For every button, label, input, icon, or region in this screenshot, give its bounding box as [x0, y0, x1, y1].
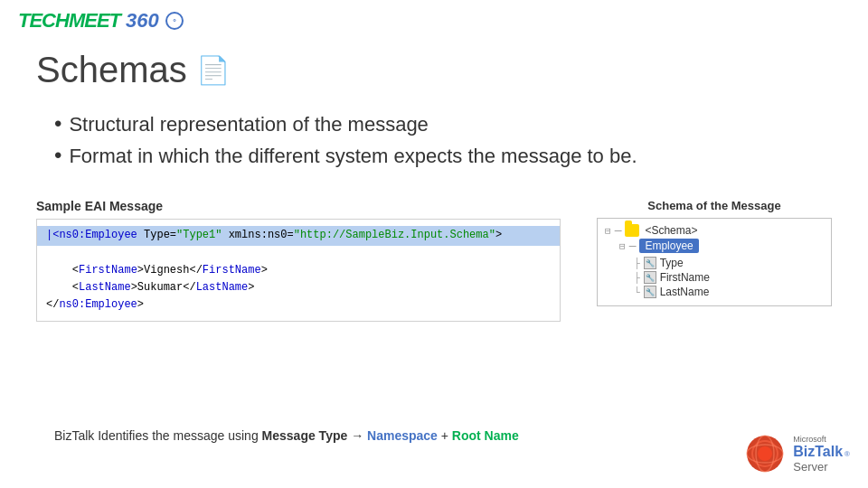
- techmeet-logo: TECHMEET: [18, 9, 120, 33]
- tree-children: ├ 🔧 Type ├ 🔧 FirstName └ 🔧 LastNa: [634, 257, 824, 298]
- code-line-1: |<ns0:Employee Type="Type1" xmlns:ns0="h…: [37, 226, 560, 245]
- folder-icon: [625, 224, 639, 237]
- logo-area: TECHMEET 360 °: [18, 9, 184, 33]
- type-label: Type: [660, 257, 684, 269]
- plus-sign: +: [441, 428, 452, 443]
- bullet-item-1: Structural representation of the message: [54, 108, 832, 140]
- tree-dash-1: ─: [615, 225, 622, 236]
- code-line-2: <FirstName>Vignesh</FirstName>: [46, 264, 268, 277]
- tree-line-type: ├: [634, 258, 640, 269]
- svg-text:°: °: [173, 17, 176, 26]
- microsoft-label: Microsoft: [793, 435, 826, 444]
- title-text: Schemas: [36, 50, 187, 90]
- bullet-text-1: Structural representation of the message: [69, 108, 428, 140]
- lastname-icon: 🔧: [644, 286, 656, 298]
- tree-root-row: ⊟ ─ <Schema>: [605, 224, 824, 237]
- tree-expand-employee: ⊟: [619, 240, 626, 252]
- sample-eai-section: Sample EAI Message |<ns0:Employee Type="…: [36, 199, 561, 322]
- sample-eai-label: Sample EAI Message: [36, 199, 561, 213]
- biztalk-info-text: BizTalk Identifies the message using Mes…: [54, 428, 832, 443]
- firstname-icon: 🔧: [644, 271, 656, 284]
- namespace-label: Namespace: [367, 428, 438, 443]
- main-content: Schemas 📄 Structural representation of t…: [36, 50, 832, 322]
- employee-node: Employee: [639, 239, 698, 253]
- biztalk-server-label: Server: [793, 460, 827, 474]
- message-type-label: Message Type: [262, 428, 348, 443]
- code-line-4: </ns0:Employee>: [46, 298, 144, 311]
- schema-section: Schema of the Message ⊟ ─ <Schema> ⊟ ─ E…: [597, 199, 832, 306]
- code-line-3: <LastName>Sukumar</LastName>: [46, 281, 254, 294]
- biztalk-logo-icon: [745, 434, 786, 474]
- title-icon: 📄: [196, 54, 230, 86]
- schema-tree: ⊟ ─ <Schema> ⊟ ─ Employee: [597, 218, 832, 306]
- code-xmlns-attr: xmlns:ns0="http://SampleBiz.Input.Schema…: [229, 229, 502, 241]
- code-block: |<ns0:Employee Type="Type1" xmlns:ns0="h…: [36, 219, 561, 322]
- tree-dash-2: ─: [629, 240, 637, 251]
- root-name-label: Root Name: [452, 428, 519, 443]
- page-title: Schemas 📄: [36, 50, 832, 90]
- arrow-icon: →: [351, 428, 367, 443]
- tree-lastname-item: └ 🔧 LastName: [634, 286, 824, 298]
- tree-expand-root: ⊟: [605, 225, 611, 237]
- firstname-label: FirstName: [660, 271, 710, 284]
- tree-firstname-item: ├ 🔧 FirstName: [634, 271, 824, 284]
- tree-type-item: ├ 🔧 Type: [634, 257, 824, 269]
- two-column-section: Sample EAI Message |<ns0:Employee Type="…: [36, 199, 832, 322]
- tree-line-lastname: └: [634, 286, 640, 298]
- schema-label: Schema of the Message: [597, 199, 832, 212]
- lastname-label: LastName: [660, 286, 710, 298]
- logo-360: 360: [126, 9, 159, 33]
- biztalk-logo: Microsoft BizTalk ® Server: [745, 434, 850, 474]
- biztalk-logo-text: Microsoft BizTalk ® Server: [793, 435, 850, 474]
- schema-root-label: <Schema>: [645, 224, 697, 237]
- biztalk-name-label: BizTalk: [793, 444, 843, 460]
- employee-label: Employee: [645, 239, 693, 252]
- code-type-attr: Type="Type1": [144, 229, 222, 241]
- bullet-item-2: Format in which the different system exp…: [54, 140, 832, 172]
- tree-employee-row: ⊟ ─ Employee ├ 🔧 Type: [619, 239, 824, 298]
- code-ns-tag: |<ns0:Employee: [46, 229, 137, 241]
- svg-point-4: [758, 446, 772, 461]
- logo-icon: °: [165, 11, 184, 31]
- type-icon: 🔧: [644, 257, 656, 269]
- biztalk-prefix: BizTalk Identifies the message using: [54, 428, 262, 443]
- tree-line-firstname: ├: [634, 272, 640, 284]
- bullet-list: Structural representation of the message…: [54, 108, 832, 172]
- bottom-section: BizTalk Identifies the message using Mes…: [54, 428, 832, 443]
- bullet-text-2: Format in which the different system exp…: [69, 140, 637, 172]
